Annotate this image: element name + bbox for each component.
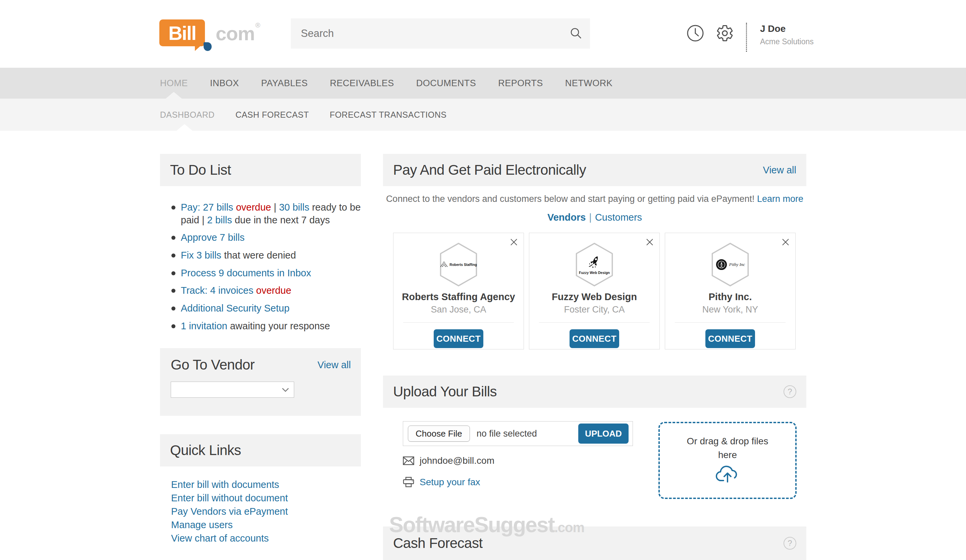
- drag-drop-zone[interactable]: Or drag & drop files here: [659, 422, 797, 499]
- nav-item-reports[interactable]: REPORTS: [498, 78, 543, 89]
- vendor-name: Pithy Inc.: [665, 291, 795, 302]
- search-icon[interactable]: [569, 26, 583, 41]
- todo-link[interactable]: 1 invitation: [181, 320, 227, 331]
- sub-nav: DASHBOARDCASH FORECASTFORECAST TRANSACTI…: [0, 99, 966, 131]
- logo-bill-text: Bill: [168, 22, 196, 44]
- pay-panel-header: Pay And Get Paid Electronically View all: [383, 154, 807, 186]
- todo-item: Process 9 documents in Inbox: [160, 267, 361, 280]
- nav-item-documents[interactable]: DOCUMENTS: [416, 78, 476, 89]
- todo-link[interactable]: Process 9 documents in Inbox: [181, 268, 311, 278]
- pithy-badge-logo-icon: [715, 259, 728, 271]
- file-upload-box: Choose File no file selected UPLOAD: [403, 421, 633, 446]
- quick-link-manage-users[interactable]: Manage users: [171, 518, 359, 532]
- close-icon[interactable]: [509, 238, 518, 246]
- todo-link[interactable]: Pay: 27 bills: [181, 202, 233, 213]
- tab-vendors[interactable]: Vendors: [547, 212, 586, 223]
- tab-separator: |: [589, 212, 592, 223]
- cloud-upload-icon: [715, 465, 740, 483]
- nav-item-inbox[interactable]: INBOX: [210, 78, 239, 89]
- subnav-item-dashboard[interactable]: DASHBOARD: [160, 110, 215, 120]
- todo-link[interactable]: 2 bills: [207, 215, 232, 225]
- subnav-item-cash-forecast[interactable]: CASH FORECAST: [235, 110, 309, 120]
- search-bar[interactable]: [291, 18, 590, 49]
- todo-list: Pay: 27 bills overdue | 30 bills ready t…: [160, 201, 361, 338]
- vendor-name: Fuzzy Web Design: [529, 291, 659, 302]
- roberts-staffing-agency-logo: Roberts Staffing: [438, 242, 479, 287]
- nav-item-network[interactable]: NETWORK: [565, 78, 613, 89]
- logo-text: Roberts Staffing: [449, 263, 477, 267]
- nav-item-payables[interactable]: PAYABLES: [261, 78, 308, 89]
- todo-link[interactable]: Approve 7 bills: [181, 232, 245, 243]
- connect-button[interactable]: CONNECT: [570, 329, 619, 348]
- quick-link-view-chart-of-accounts[interactable]: View chart of accounts: [171, 532, 359, 545]
- vendor-location: Foster City, CA: [529, 304, 659, 315]
- gear-icon[interactable]: [716, 24, 734, 44]
- user-company: Acme Solutions: [760, 37, 814, 46]
- nav-item-receivables[interactable]: RECEIVABLES: [330, 78, 394, 89]
- todo-text: |: [271, 202, 279, 213]
- logo-com-text: com: [216, 20, 255, 48]
- vendor-location: New York, NY: [665, 304, 795, 315]
- todo-text: that were denied: [222, 250, 296, 261]
- cash-forecast-title: Cash Forecast: [393, 535, 483, 551]
- chevron-down-icon: [282, 388, 289, 392]
- dropzone-text-line1: Or drag & drop files: [660, 435, 795, 448]
- close-icon[interactable]: [646, 238, 654, 246]
- todo-link[interactable]: Track: 4 invoices: [181, 285, 254, 296]
- quick-link-pay-vendors-via-epayment[interactable]: Pay Vendors via ePayment: [171, 505, 359, 518]
- todo-title: To Do List: [170, 162, 231, 178]
- upload-title: Upload Your Bills: [393, 384, 497, 400]
- upload-fax-row: Setup your fax: [403, 477, 480, 488]
- pay-title: Pay And Get Paid Electronically: [393, 162, 586, 178]
- fuzzy-web-design-logo: Fuzzy Web Design: [574, 242, 615, 287]
- user-menu[interactable]: J Doe Acme Solutions: [760, 23, 814, 46]
- cash-forecast-help-icon[interactable]: ?: [784, 537, 796, 550]
- logo-text: Pithy Inc: [729, 262, 745, 267]
- pithy-inc-logo: Pithy Inc: [710, 242, 751, 287]
- connect-button[interactable]: CONNECT: [434, 329, 483, 348]
- connect-button[interactable]: CONNECT: [705, 329, 755, 348]
- goto-vendor-view-all-link[interactable]: View all: [318, 360, 351, 371]
- cash-forecast-header: Cash Forecast ?: [383, 527, 807, 560]
- learn-more-link[interactable]: Learn more: [757, 194, 803, 204]
- vendor-logo-hexagon: Roberts Staffing: [438, 242, 479, 287]
- todo-item: Approve 7 bills: [160, 232, 361, 244]
- quick-links-header: Quick Links: [160, 434, 361, 466]
- registered-mark: ®: [255, 21, 260, 29]
- tab-customers[interactable]: Customers: [595, 212, 642, 223]
- quick-links-title: Quick Links: [170, 442, 241, 458]
- choose-file-button[interactable]: Choose File: [408, 425, 470, 442]
- todo-link[interactable]: 30 bills: [279, 202, 309, 213]
- logo-text: Fuzzy Web Design: [579, 271, 610, 275]
- nav-item-home[interactable]: HOME: [160, 78, 188, 89]
- upload-button[interactable]: UPLOAD: [578, 424, 629, 443]
- pay-intro: Connect to the vendors and customers bel…: [383, 194, 807, 204]
- bill-com-logo[interactable]: Bill com ®: [159, 20, 260, 48]
- upload-help-icon[interactable]: ?: [784, 385, 796, 398]
- vendor-card-roberts-staffing-agency: Roberts Staffing Roberts Staffing Agency…: [393, 233, 524, 350]
- vendor-card-fuzzy-web-design: Fuzzy Web Design Fuzzy Web Design Foster…: [529, 233, 660, 350]
- todo-text: overdue: [233, 202, 271, 213]
- todo-text: overdue: [254, 285, 291, 296]
- vendor-logo-hexagon: Pithy Inc: [710, 242, 751, 287]
- pay-view-all-link[interactable]: View all: [763, 165, 796, 176]
- quick-link-enter-bill-without-document[interactable]: Enter bill without document: [171, 491, 359, 505]
- todo-link[interactable]: Fix 3 bills: [181, 250, 222, 261]
- file-status-text: no file selected: [476, 429, 537, 439]
- todo-link[interactable]: Additional Security Setup: [181, 303, 289, 314]
- todo-item: 1 invitation awaiting your response: [160, 320, 361, 333]
- goto-vendor-panel: Go To Vendor View all: [160, 348, 361, 416]
- card-divider: [403, 322, 514, 323]
- vendor-select[interactable]: [171, 382, 294, 398]
- bill-logo-box: Bill: [159, 20, 205, 46]
- setup-fax-link[interactable]: Setup your fax: [420, 477, 480, 488]
- quick-link-enter-bill-with-documents[interactable]: Enter bill with documents: [171, 478, 359, 491]
- search-input[interactable]: [291, 18, 590, 49]
- subnav-active-notch: [176, 124, 192, 131]
- subnav-item-forecast-transactions[interactable]: FORECAST TRANSACTIONS: [330, 110, 447, 120]
- close-icon[interactable]: [781, 238, 790, 246]
- roberts-staffing-logo-icon: [440, 261, 448, 269]
- bill-dashboard-page: Bill com ® J Doe Acme Solutions HOMEINBO…: [0, 0, 966, 560]
- clock-icon[interactable]: [686, 24, 705, 44]
- user-name: J Doe: [760, 23, 814, 34]
